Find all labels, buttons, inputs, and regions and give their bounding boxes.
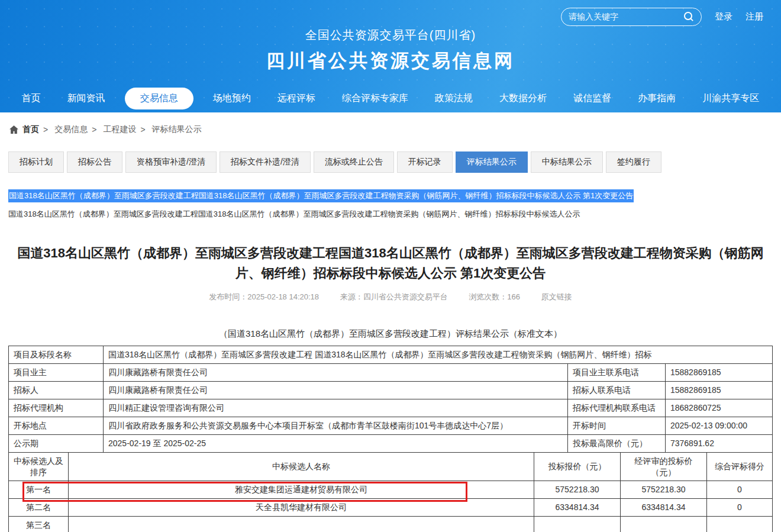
cell-label: 招标人 [9, 382, 104, 399]
nav-item-policies[interactable]: 政策法规 [428, 88, 480, 109]
breadcrumb-item-trading-info[interactable]: 交易信息 [54, 124, 88, 135]
cell-candidate-name: 天全县凯华建材有限公司 [69, 499, 534, 517]
tab-failed-or-terminated[interactable]: 流标或终止公告 [314, 151, 394, 173]
breadcrumb-separator: > [92, 125, 96, 134]
cell-score [707, 517, 773, 532]
article-title: 国道318名山区黑竹（成都界）至雨城区多营段改建工程国道318名山区黑竹（成都界… [15, 243, 766, 283]
cell-label: 开标时间 [567, 417, 665, 435]
result-tables: 项目及标段名称 国道318名山区黑竹（成都界）至雨城区多营段改建工程 国道318… [8, 346, 773, 532]
col-header-name: 中标候选人名称 [69, 453, 534, 481]
cell-score: 0 [707, 499, 773, 517]
site-titles: 全国公共资源交易平台(四川省) 四川省公共资源交易信息网 [0, 27, 781, 73]
cell-label: 项目业主联系电话 [567, 364, 665, 382]
publish-time-label: 发布时间： [209, 292, 247, 301]
cell-bid: 6334814.34 [534, 499, 621, 517]
tab-winning-result[interactable]: 中标结果公示 [531, 151, 603, 173]
cell-label: 项目及标段名称 [9, 346, 104, 364]
tab-contract-performance[interactable]: 签约履行 [606, 151, 661, 173]
table-row-bid-opening: 开标地点 四川省政府政务服务和公共资源交易服务中心本项目开标室（成都市青羊区鼓楼… [9, 417, 773, 435]
search-box [561, 8, 702, 26]
col-header-bid: 投标报价（元） [534, 453, 621, 481]
main-nav: 首页 新闻资讯 交易信息 场地预约 远程评标 综合评标专家库 政策法规 大数据分… [0, 84, 781, 112]
table-row-agency: 招标代理机构 四川精正建设管理咨询有限公司 招标代理机构联系电话 1868286… [9, 399, 773, 417]
search-icon[interactable] [683, 11, 694, 22]
table-row-project-name: 项目及标段名称 国道318名山区黑竹（成都界）至雨城区多营段改建工程 国道318… [9, 346, 773, 364]
nav-item-sichuan-chongqing-zone[interactable]: 川渝共享专区 [695, 88, 766, 109]
nav-item-news[interactable]: 新闻资讯 [60, 88, 112, 109]
announcement-title-link[interactable]: 国道318名山区黑竹（成都界）至雨城区多营段改建工程国道318名山区黑竹（成都界… [8, 209, 773, 220]
candidates-header-row: 中标候选人及排序 中标候选人名称 投标报价（元） 经评审的投标价（元） 综合评标… [9, 453, 773, 481]
views-value: 166 [507, 292, 520, 301]
cell-rank: 第三名 [9, 517, 69, 532]
site-subtitle: 全国公共资源交易平台(四川省) [0, 27, 781, 43]
site-title: 四川省公共资源交易信息网 [0, 49, 781, 73]
breadcrumb-separator: > [140, 125, 145, 134]
tab-bid-opening-record[interactable]: 开标记录 [397, 151, 453, 173]
col-header-rank: 中标候选人及排序 [9, 453, 69, 481]
source-value: 四川省公共资源交易平台 [363, 292, 448, 301]
cell-rank: 第二名 [9, 499, 69, 517]
category-tabs: 招标计划 招标公告 资格预审补遗/澄清 招标文件补遗/澄清 流标或终止公告 开标… [0, 147, 781, 173]
cell-value: 四川精正建设管理咨询有限公司 [104, 399, 568, 417]
table-row-publicity-period: 公示期 2025-02-19 至 2025-02-25 投标最高限价（元） 73… [9, 435, 773, 453]
cell-value: 7376891.62 [665, 435, 772, 453]
cell-label: 项目业主 [9, 364, 104, 382]
cell-bid [534, 517, 621, 532]
search-input[interactable] [569, 12, 675, 21]
cell-reviewed-bid: 5752218.30 [621, 481, 707, 499]
table-row-candidate-2: 第二名 天全县凯华建材有限公司 6334814.34 6334814.34 0 [9, 499, 773, 517]
breadcrumb: 首页> 交易信息> 工程建设> 评标结果公示 [0, 112, 781, 147]
cell-rank: 第一名 [9, 481, 69, 499]
cell-value: 15882869185 [665, 382, 772, 399]
tab-prequalification-addendum[interactable]: 资格预审补遗/澄清 [125, 151, 217, 173]
nav-item-big-data[interactable]: 大数据分析 [492, 88, 554, 109]
tab-bidding-announcement[interactable]: 招标公告 [67, 151, 122, 173]
nav-item-service-guide[interactable]: 办事指南 [631, 88, 683, 109]
cell-value: 四川康藏路桥有限责任公司 [104, 364, 568, 382]
cell-label: 投标最高限价（元） [567, 435, 665, 453]
nav-item-home[interactable]: 首页 [15, 88, 48, 109]
cell-label: 招标代理机构 [9, 399, 104, 417]
views-label: 浏览次数： [469, 292, 507, 301]
cell-value: 四川省政府政务服务和公共资源交易服务中心本项目开标室（成都市青羊区鼓楼南街101… [104, 417, 568, 435]
col-header-reviewed-bid: 经评审的投标价（元） [621, 453, 707, 481]
cell-label: 开标地点 [9, 417, 104, 435]
breadcrumb-item-engineering[interactable]: 工程建设 [103, 124, 136, 135]
cell-bid: 5752218.30 [534, 481, 621, 499]
cell-value: 国道318名山区黑竹（成都界）至雨城区多营段改建工程 国道318名山区黑竹（成都… [104, 346, 773, 364]
nav-item-expert-database[interactable]: 综合评标专家库 [335, 88, 415, 109]
login-link[interactable]: 登录 [715, 11, 732, 22]
article-meta: 发布时间：2025-02-18 14:20:18 来源：四川省公共资源交易平台 … [8, 292, 773, 302]
main-content: 国道318名山区黑竹（成都界）至雨城区多营段改建工程国道318名山区黑竹（成都界… [0, 173, 781, 532]
header-top-bar: 登录 注册 [0, 0, 781, 26]
cell-value: 2025-02-13 09:00:00 [665, 417, 772, 435]
selected-announcement-title[interactable]: 国道318名山区黑竹（成都界）至雨城区多营段改建工程国道318名山区黑竹（成都界… [8, 189, 634, 202]
site-header: 登录 注册 全国公共资源交易平台(四川省) 四川省公共资源交易信息网 首页 新闻… [0, 0, 781, 112]
tab-bidding-plan[interactable]: 招标计划 [8, 151, 64, 173]
cell-score: 0 [707, 481, 773, 499]
table-row-candidate-1: 第一名 雅安交建集团运通建材贸易有限公司 5752218.30 5752218.… [9, 481, 773, 499]
cell-reviewed-bid: 6334814.34 [621, 499, 707, 517]
nav-item-trading-info[interactable]: 交易信息 [125, 88, 193, 109]
project-info-table: 项目及标段名称 国道318名山区黑竹（成都界）至雨城区多营段改建工程 国道318… [8, 346, 773, 453]
breadcrumb-item-evaluation-result[interactable]: 评标结果公示 [152, 124, 202, 135]
cell-candidate-name: 雅安交建集团运通建材贸易有限公司 [69, 481, 534, 499]
cell-reviewed-bid [621, 517, 707, 532]
cell-label: 公示期 [9, 435, 104, 453]
tab-evaluation-result[interactable]: 评标结果公示 [456, 151, 528, 173]
table-row-project-owner: 项目业主 四川康藏路桥有限责任公司 项目业主联系电话 15882869185 [9, 364, 773, 382]
breadcrumb-separator: > [43, 125, 48, 134]
nav-item-remote-evaluation[interactable]: 远程评标 [270, 88, 322, 109]
home-icon [9, 125, 18, 134]
cell-value: 2025-02-19 至 2025-02-25 [104, 435, 568, 453]
register-link[interactable]: 注册 [746, 11, 763, 22]
nav-item-venue-booking[interactable]: 场地预约 [206, 88, 258, 109]
breadcrumb-item-home[interactable]: 首页 [22, 124, 39, 135]
tab-bidding-doc-addendum[interactable]: 招标文件补遗/澄清 [220, 151, 311, 173]
nav-item-integrity-supervision[interactable]: 诚信监督 [566, 88, 618, 109]
cell-value: 18682860725 [665, 399, 772, 417]
table-row-tenderer: 招标人 四川康藏路桥有限责任公司 招标人联系电话 15882869185 [9, 382, 773, 399]
source-label: 来源： [340, 292, 363, 301]
publish-time-value: 2025-02-18 14:20:18 [247, 292, 319, 301]
original-link[interactable]: 原文链接 [541, 292, 572, 301]
